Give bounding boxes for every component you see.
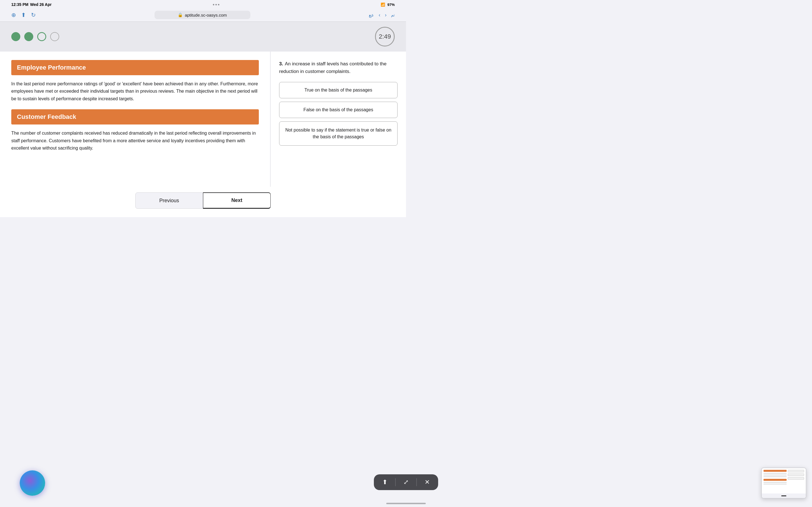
timer: 2:49 <box>375 27 395 47</box>
status-date: Wed 26 Apr <box>30 2 52 7</box>
main-content: Employee Performance In the last period … <box>0 52 406 187</box>
url-text: aptitude.sc-oasys.com <box>185 13 227 17</box>
answer-cannot-say-button[interactable]: Not possible to say if the statement is … <box>279 121 398 146</box>
question-body: An increase in staff levels has contribu… <box>279 61 387 74</box>
three-dots-indicator <box>213 4 219 5</box>
progress-dot-3 <box>37 32 46 41</box>
progress-dot-4 <box>50 32 59 41</box>
address-bar[interactable]: 🔒 aptitude.sc-oasys.com <box>154 11 250 19</box>
answer-true-button[interactable]: True on the basis of the passages <box>279 82 398 98</box>
browser-right-controls: عع ‹ › تم <box>369 12 395 18</box>
previous-button[interactable]: Previous <box>135 192 203 209</box>
browser-chrome: ⊕ ⬆ ↻ 🔒 aptitude.sc-oasys.com عع ‹ › تم <box>0 8 406 22</box>
back-icon[interactable]: ‹ <box>378 12 380 18</box>
browser-nav: ⊕ ⬆ ↻ <box>11 11 36 18</box>
left-panel: Employee Performance In the last period … <box>0 52 271 187</box>
status-right: 📶 97% <box>380 3 395 7</box>
status-time: 12:35 PM <box>11 2 29 7</box>
forward-icon[interactable]: › <box>385 12 387 18</box>
section1-text: In the last period more performance rati… <box>11 80 259 103</box>
right-panel: 3.An increase in staff levels has contri… <box>271 52 406 187</box>
dot1 <box>213 4 214 5</box>
progress-dot-2 <box>24 32 33 41</box>
progress-area: 2:49 <box>0 22 406 52</box>
tabs-icon[interactable]: تم <box>391 13 395 17</box>
next-button[interactable]: Next <box>203 192 271 209</box>
font-size-icon[interactable]: عع <box>369 12 374 18</box>
timer-value: 2:49 <box>379 33 391 40</box>
browser-share-icon[interactable]: ⬆ <box>21 11 26 18</box>
status-left: 12:35 PM Wed 26 Apr <box>11 2 52 7</box>
navigation-area: Previous Next <box>0 187 406 217</box>
question-text: 3.An increase in staff levels has contri… <box>279 60 398 75</box>
progress-dot-1 <box>11 32 20 41</box>
dot3 <box>218 4 219 5</box>
section2-text: The number of customer complaints receiv… <box>11 129 259 152</box>
battery-level: 97% <box>388 3 395 7</box>
section2-header: Customer Feedback <box>11 109 259 124</box>
wifi-icon: 📶 <box>380 3 385 7</box>
status-bar: 12:35 PM Wed 26 Apr 📶 97% <box>0 0 406 8</box>
progress-dots <box>11 32 59 41</box>
browser-refresh-icon[interactable]: ↻ <box>31 11 36 18</box>
section1-header: Employee Performance <box>11 60 259 75</box>
answer-false-button[interactable]: False on the basis of the passages <box>279 102 398 118</box>
browser-compass-icon[interactable]: ⊕ <box>11 11 16 18</box>
question-number: 3. <box>279 61 283 66</box>
address-bar-container: 🔒 aptitude.sc-oasys.com <box>43 11 362 19</box>
lock-icon: 🔒 <box>177 12 183 17</box>
dot2 <box>215 4 217 5</box>
